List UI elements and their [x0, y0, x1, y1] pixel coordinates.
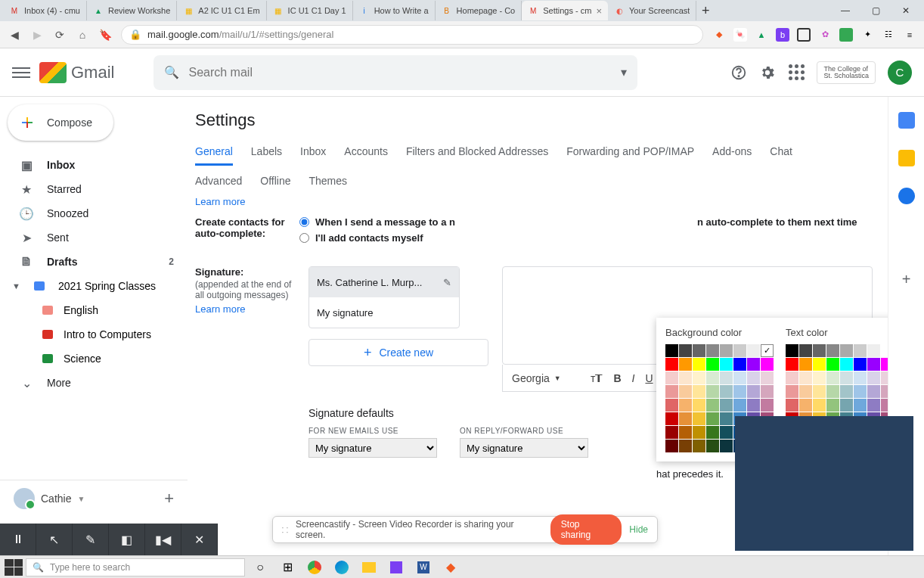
- gmail-logo[interactable]: Gmail: [39, 62, 114, 83]
- sidebar-item-inbox[interactable]: ▣ Inbox: [0, 153, 188, 177]
- add-addon-icon[interactable]: +: [902, 271, 911, 288]
- pause-recording-icon[interactable]: ⏸: [0, 524, 36, 555]
- color-swatch[interactable]: [733, 385, 746, 398]
- color-swatch[interactable]: [747, 399, 760, 412]
- apps-grid-icon[interactable]: [788, 64, 805, 81]
- ext-drive-icon[interactable]: ▲: [755, 28, 768, 42]
- color-swatch[interactable]: [786, 371, 798, 384]
- chrome-taskbar-icon[interactable]: [302, 558, 327, 576]
- font-family-select[interactable]: Georgia ▼: [512, 372, 580, 384]
- color-swatch[interactable]: [679, 385, 692, 398]
- browser-tab[interactable]: M Inbox (4) - cmu: [3, 1, 87, 20]
- account-avatar[interactable]: C: [888, 61, 912, 85]
- color-swatch[interactable]: [813, 385, 826, 398]
- sidebar-item-sent[interactable]: ➤ Sent: [0, 225, 188, 250]
- color-swatch[interactable]: [679, 371, 692, 384]
- color-swatch[interactable]: [733, 371, 746, 384]
- calendar-addon-icon[interactable]: [898, 112, 915, 129]
- main-menu-icon[interactable]: [12, 64, 30, 82]
- taskbar-search[interactable]: 🔍 Type here to search: [26, 558, 245, 576]
- color-swatch[interactable]: [881, 399, 888, 412]
- start-button[interactable]: [5, 559, 23, 576]
- color-swatch[interactable]: [747, 371, 760, 384]
- settings-tab-inbox[interactable]: Inbox: [300, 139, 326, 166]
- color-swatch[interactable]: [679, 440, 692, 452]
- close-dock-icon[interactable]: ✕: [181, 524, 218, 555]
- color-swatch[interactable]: [706, 426, 719, 439]
- cortana-icon[interactable]: ○: [248, 558, 272, 576]
- color-swatch[interactable]: [761, 371, 774, 384]
- color-swatch[interactable]: [867, 385, 880, 398]
- color-swatch[interactable]: [786, 399, 798, 412]
- nav-back[interactable]: ◀: [8, 28, 21, 42]
- color-swatch[interactable]: [854, 385, 867, 398]
- color-swatch[interactable]: [693, 358, 705, 371]
- hangout-new-chat[interactable]: +: [164, 489, 174, 508]
- ext-icon-1[interactable]: 🍬: [733, 28, 747, 42]
- color-swatch[interactable]: [665, 344, 678, 357]
- color-swatch[interactable]: [679, 412, 692, 425]
- edit-icon[interactable]: ✎: [443, 277, 451, 288]
- color-swatch[interactable]: [720, 358, 733, 371]
- color-swatch[interactable]: [706, 371, 719, 384]
- color-swatch[interactable]: [840, 344, 853, 357]
- color-swatch[interactable]: [881, 371, 888, 384]
- color-swatch[interactable]: [706, 399, 719, 412]
- color-swatch[interactable]: [720, 385, 733, 398]
- settings-tab-forwarding-and-pop-imap[interactable]: Forwarding and POP/IMAP: [566, 139, 694, 166]
- color-swatch[interactable]: [720, 371, 733, 384]
- color-swatch[interactable]: [665, 358, 678, 371]
- brave-taskbar-icon[interactable]: ◆: [439, 558, 463, 576]
- color-swatch[interactable]: [867, 399, 880, 412]
- color-swatch[interactable]: [761, 358, 774, 371]
- settings-tab-labels[interactable]: Labels: [251, 139, 282, 166]
- settings-tab-offline[interactable]: Offline: [260, 170, 290, 191]
- support-icon[interactable]: [730, 64, 747, 81]
- color-swatch[interactable]: [706, 385, 719, 398]
- task-view-icon[interactable]: ⊞: [275, 558, 299, 576]
- color-swatch[interactable]: [693, 385, 705, 398]
- color-swatch[interactable]: [720, 412, 733, 425]
- color-swatch[interactable]: [813, 358, 826, 371]
- window-minimize[interactable]: ―: [830, 1, 860, 20]
- color-swatch[interactable]: [813, 344, 826, 357]
- color-swatch[interactable]: [706, 344, 719, 357]
- color-swatch[interactable]: [786, 358, 798, 371]
- color-swatch[interactable]: [761, 399, 774, 412]
- url-field[interactable]: 🔒 mail.google.com/mail/u/1/#settings/gen…: [121, 25, 703, 45]
- color-swatch[interactable]: [799, 399, 812, 412]
- color-swatch[interactable]: [665, 440, 678, 452]
- color-swatch[interactable]: [799, 371, 812, 384]
- settings-tab-general[interactable]: General: [195, 139, 233, 166]
- color-swatch[interactable]: [761, 385, 774, 398]
- search-options-icon[interactable]: ▾: [621, 65, 627, 79]
- keep-addon-icon[interactable]: [898, 150, 915, 166]
- app-taskbar-icon[interactable]: [384, 558, 408, 576]
- share-handle-icon[interactable]: ⸬: [282, 524, 288, 535]
- ext-list-icon[interactable]: ☷: [882, 28, 895, 42]
- ext-g-icon[interactable]: [839, 28, 853, 42]
- color-swatch[interactable]: [733, 358, 746, 371]
- color-swatch[interactable]: [693, 412, 705, 425]
- color-swatch[interactable]: [881, 344, 888, 357]
- signature-learn-more[interactable]: Learn more: [195, 303, 295, 315]
- color-swatch[interactable]: [813, 371, 826, 384]
- hide-share-bar[interactable]: Hide: [629, 524, 648, 535]
- sidebar-item-drafts[interactable]: 🗎 Drafts 2: [0, 250, 188, 274]
- sidebar-more[interactable]: ⌄ More: [0, 371, 188, 395]
- sidebar-item-snoozed[interactable]: 🕒 Snoozed: [0, 201, 188, 225]
- signature-item-2[interactable]: My signature: [309, 297, 459, 328]
- color-swatch[interactable]: [786, 344, 798, 357]
- color-swatch[interactable]: [867, 358, 880, 371]
- color-swatch[interactable]: [840, 385, 853, 398]
- sidebar-item-starred[interactable]: ★ Starred: [0, 177, 188, 201]
- settings-tab-filters-and-blocked-addresses[interactable]: Filters and Blocked Addresses: [406, 139, 548, 166]
- color-swatch[interactable]: [733, 344, 746, 357]
- bold-icon[interactable]: B: [613, 372, 621, 384]
- word-taskbar-icon[interactable]: W: [411, 558, 436, 576]
- color-swatch[interactable]: [840, 358, 853, 371]
- ext-puzzle-icon[interactable]: ✦: [860, 28, 874, 42]
- auto-contacts-radio[interactable]: [299, 217, 309, 227]
- color-swatch[interactable]: [747, 358, 760, 371]
- color-swatch[interactable]: [706, 440, 719, 452]
